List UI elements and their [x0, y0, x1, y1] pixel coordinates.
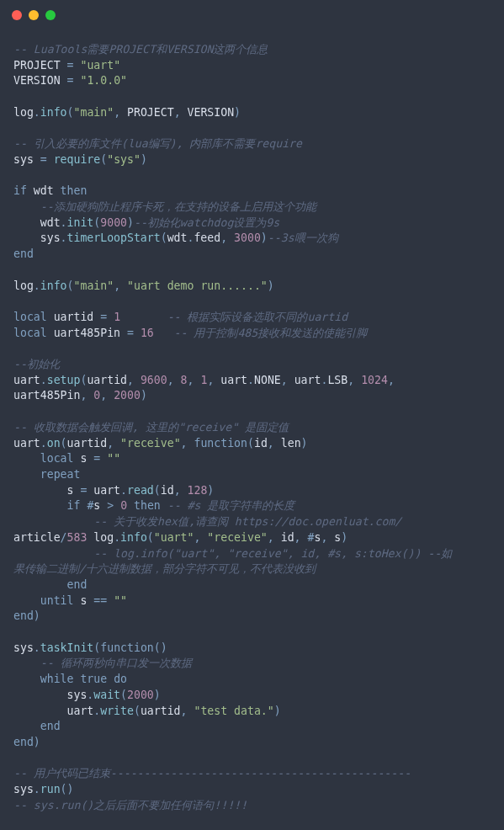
token-ident: PROJECT	[13, 59, 67, 72]
token-op: .	[34, 279, 40, 292]
code-line[interactable]: sys = require("sys")	[13, 152, 491, 168]
token-keyword: repeat	[40, 468, 81, 481]
token-func: taskInit	[40, 641, 94, 654]
code-line[interactable]	[13, 625, 491, 641]
token-op: ,	[268, 437, 274, 450]
token-ident: s	[73, 452, 93, 465]
token-comment: -- 用于控制485接收和发送的使能引脚	[174, 327, 368, 339]
token-op: .	[34, 106, 40, 119]
token-comment: -- log.info("uart", "receive", id, #s, s…	[93, 547, 452, 560]
token-string: "main"	[74, 279, 114, 292]
code-line[interactable]: 果传输二进制/十六进制数据，部分字符不可见，不代表没收到	[13, 561, 491, 577]
code-line[interactable]: -- log.info("uart", "receive", id, #s, s…	[13, 546, 491, 562]
token-number: 9600	[141, 374, 167, 386]
code-line[interactable]: sys.run()	[13, 782, 491, 798]
code-line[interactable]: --初始化	[13, 357, 491, 373]
maximize-window-button[interactable]	[45, 10, 56, 20]
token-op: )	[274, 705, 281, 717]
token-ident	[13, 515, 93, 528]
code-line[interactable]: uart.write(uartid, "test data.")	[13, 704, 491, 720]
code-line[interactable]: end)	[13, 609, 491, 625]
code-line[interactable]: end	[13, 247, 491, 263]
code-line[interactable]: -- 循环两秒向串口发一次数据	[13, 656, 491, 672]
code-editor[interactable]: -- LuaTools需要PROJECT和VERSION这两个信息PROJECT…	[0, 30, 504, 825]
token-comment: 果传输二进制/十六进制数据，部分字符不可见，不代表没收到	[13, 562, 316, 575]
token-keyword: local	[13, 327, 47, 339]
token-op: (	[67, 279, 74, 292]
code-line[interactable]: sys.timerLoopStart(wdt.feed, 3000)--3s喂一…	[13, 231, 491, 247]
token-func: init	[67, 216, 94, 229]
code-line[interactable]: until s == ""	[13, 593, 491, 609]
token-func: info	[40, 106, 67, 119]
code-line[interactable]: -- 用户代码已结束------------------------------…	[13, 766, 491, 782]
code-line[interactable]: repeat	[13, 467, 491, 483]
token-op: (	[100, 153, 107, 166]
token-ident	[134, 327, 141, 339]
token-func: on	[47, 437, 61, 450]
code-line[interactable]: -- LuaTools需要PROJECT和VERSION这两个信息	[13, 42, 491, 58]
token-op: )	[234, 106, 241, 119]
code-line[interactable]: -- 收取数据会触发回调, 这里的"receive" 是固定值	[13, 420, 491, 436]
token-op: ,	[167, 374, 174, 386]
token-op: .	[40, 437, 47, 450]
token-number: 2000	[127, 689, 154, 701]
token-ident: sys	[13, 641, 34, 654]
code-line[interactable]	[13, 263, 491, 279]
code-line[interactable]: VERSION = "1.0.0"	[13, 73, 491, 89]
code-line[interactable]: uart.setup(uartid, 9600, 8, 1, uart.NONE…	[13, 373, 491, 389]
code-line[interactable]: if wdt then	[13, 184, 491, 200]
token-ident: uartid	[87, 374, 127, 386]
code-line[interactable]: local s = ""	[13, 451, 491, 467]
code-line[interactable]: -- 关于收发hex值,请查阅 https://doc.openluat.com…	[13, 514, 491, 530]
token-op: (	[147, 531, 154, 544]
code-line[interactable]	[13, 294, 491, 310]
code-line[interactable]	[13, 168, 491, 184]
code-line[interactable]: -- sys.run()之后后面不要加任何语句!!!!!	[13, 798, 491, 814]
code-line[interactable]: article/583 log.info("uart", "receive", …	[13, 530, 491, 546]
token-string: "uart"	[154, 531, 194, 544]
code-line[interactable]: log.info("main", "uart demo run......")	[13, 279, 491, 295]
token-keyword: until	[40, 594, 74, 607]
code-line[interactable]: end	[13, 577, 491, 593]
token-number: 2000	[114, 389, 141, 402]
token-ident	[227, 231, 234, 244]
token-op: )	[34, 609, 40, 622]
token-ident: wdt	[167, 231, 188, 244]
code-line[interactable]: uart.on(uartid, "receive", function(id, …	[13, 436, 491, 452]
code-line[interactable]: sys.taskInit(function()	[13, 641, 491, 657]
token-op: .	[61, 231, 67, 244]
code-line[interactable]	[13, 121, 491, 137]
code-line[interactable]: if #s > 0 then -- #s 是取字符串的长度	[13, 498, 491, 514]
minimize-window-button[interactable]	[29, 10, 39, 20]
token-ident: s	[327, 531, 341, 544]
code-line[interactable]: s = uart.read(id, 128)	[13, 483, 491, 499]
code-line[interactable]: wdt.init(9000)--初始化watchdog设置为9s	[13, 215, 491, 231]
code-line[interactable]	[13, 751, 491, 767]
close-window-button[interactable]	[12, 10, 22, 20]
code-line[interactable]: uart485Pin, 0, 2000)	[13, 388, 491, 404]
code-line[interactable]: while true do	[13, 672, 491, 688]
token-ident	[114, 437, 120, 450]
token-func: read	[127, 484, 154, 497]
code-line[interactable]	[13, 341, 491, 357]
code-line[interactable]	[13, 404, 491, 420]
code-line[interactable]: --添加硬狗防止程序卡死，在支持的设备上启用这个功能	[13, 200, 491, 215]
code-line[interactable]: local uartid = 1 -- 根据实际设备选取不同的uartid	[13, 310, 491, 326]
code-line[interactable]: sys.wait(2000)	[13, 688, 491, 704]
code-line[interactable]: local uart485Pin = 16 -- 用于控制485接收和发送的使能…	[13, 326, 491, 342]
token-op: .	[61, 216, 67, 229]
token-ident: uart	[13, 705, 93, 717]
code-line[interactable]: end)	[13, 735, 491, 751]
code-line[interactable]	[13, 89, 491, 105]
code-line[interactable]: PROJECT = "uart"	[13, 58, 491, 74]
token-ident	[161, 499, 167, 512]
code-line[interactable]: -- 引入必要的库文件(lua编写), 内部库不需要require	[13, 136, 491, 152]
code-line[interactable]: log.info("main", PROJECT, VERSION)	[13, 105, 491, 121]
token-string: "uart"	[80, 59, 120, 72]
token-op: ,	[107, 437, 114, 450]
code-line[interactable]: end	[13, 719, 491, 735]
token-ident: sys	[13, 783, 34, 795]
token-op: ,	[220, 231, 227, 244]
token-ident	[13, 673, 40, 685]
token-op: ,	[188, 374, 194, 386]
